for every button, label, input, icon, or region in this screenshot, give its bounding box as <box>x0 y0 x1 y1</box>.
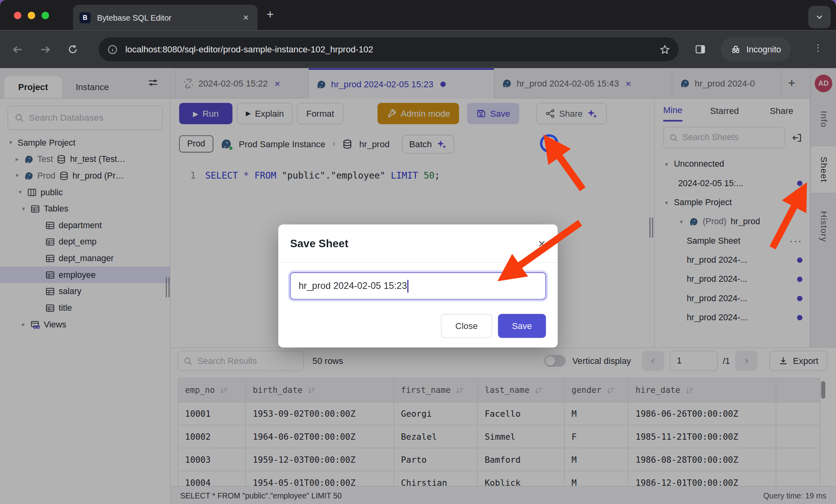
forward-icon[interactable] <box>39 43 51 55</box>
close-window-button[interactable] <box>14 12 21 19</box>
dialog-save-button[interactable]: Save <box>498 314 546 338</box>
address-bar[interactable]: localhost:8080/sql-editor/prod-sample-in… <box>98 37 678 61</box>
dialog-divider <box>278 262 558 263</box>
incognito-icon <box>730 44 741 55</box>
browser-toolbar: localhost:8080/sql-editor/prod-sample-in… <box>0 31 836 68</box>
dialog-close-icon[interactable]: ✕ <box>538 238 546 250</box>
minimize-window-button[interactable] <box>28 12 35 19</box>
save-sheet-dialog: Save Sheet ✕ hr_prod 2024-02-05 15:23 Cl… <box>278 224 558 347</box>
maximize-window-button[interactable] <box>42 12 49 19</box>
bytebase-favicon: B <box>79 12 91 23</box>
browser-menu-icon[interactable]: ⋮ <box>814 42 823 53</box>
site-info-icon[interactable] <box>107 44 118 55</box>
browser-tab-bar: B Bytebase SQL Editor ✕ + <box>0 0 836 31</box>
text-caret <box>408 279 409 292</box>
browser-window: B Bytebase SQL Editor ✕ + localhost:8080… <box>0 0 836 504</box>
sheet-name-value: hr_prod 2024-02-05 15:23 <box>299 280 407 291</box>
bookmark-star-icon[interactable] <box>659 44 670 55</box>
sheet-name-input[interactable]: hr_prod 2024-02-05 15:23 <box>290 272 546 299</box>
incognito-badge: Incognito <box>721 37 791 61</box>
incognito-label: Incognito <box>746 44 781 54</box>
window-controls <box>14 12 49 19</box>
browser-tab-title: Bytebase SQL Editor <box>97 13 241 22</box>
close-tab-icon[interactable]: ✕ <box>241 12 251 23</box>
url-text: localhost:8080/sql-editor/prod-sample-in… <box>125 44 660 54</box>
tab-search-button[interactable] <box>808 6 830 28</box>
side-panel-icon[interactable] <box>695 44 706 55</box>
reload-icon[interactable] <box>67 44 78 55</box>
dialog-title: Save Sheet <box>290 237 546 250</box>
browser-tab[interactable]: B Bytebase SQL Editor ✕ <box>73 5 258 30</box>
bytebase-app: Project Instance Search Databases ▾Sampl… <box>0 68 836 504</box>
back-icon[interactable] <box>12 43 24 55</box>
dialog-close-button[interactable]: Close <box>441 314 492 338</box>
new-tab-button[interactable]: + <box>267 8 274 21</box>
